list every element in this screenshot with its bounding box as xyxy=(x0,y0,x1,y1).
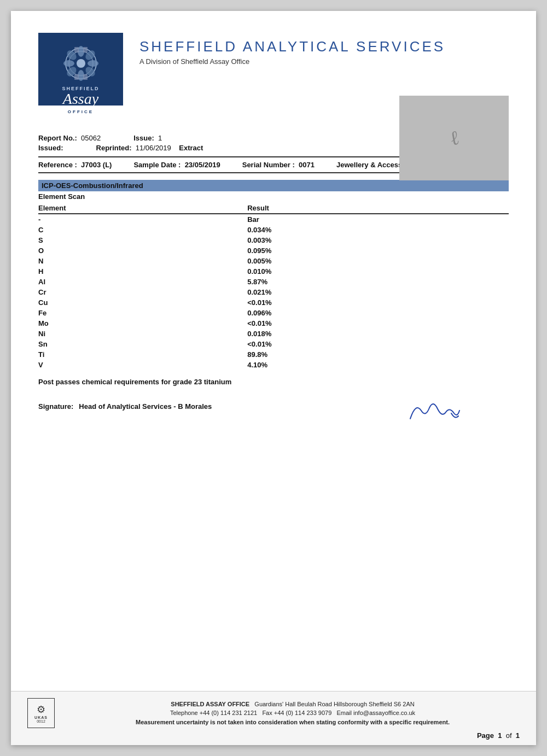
svg-rect-12 xyxy=(83,47,88,52)
signature-name: Head of Analytical Services - B Morales xyxy=(79,402,212,411)
table-row: -Bar xyxy=(38,214,509,225)
signature-image xyxy=(405,397,465,429)
table-row: V4.10% xyxy=(38,360,509,370)
element-cell: Fe xyxy=(38,308,247,318)
report-no: Report No.: 05062 xyxy=(38,134,101,142)
element-cell: Ni xyxy=(38,329,247,339)
element-cell: Cr xyxy=(38,287,247,297)
table-header-row: Element Result xyxy=(38,203,509,214)
result-cell: 5.87% xyxy=(247,277,509,287)
element-cell: - xyxy=(38,214,247,225)
logo-rose-svg xyxy=(59,44,103,88)
col-element-header: Element xyxy=(38,203,247,214)
table-row: Sn<0.01% xyxy=(38,339,509,349)
serial-label: Serial Number : xyxy=(242,161,295,169)
result-cell: 0.005% xyxy=(247,256,509,266)
of-label: of xyxy=(506,731,512,740)
svg-point-2 xyxy=(77,59,85,68)
svg-rect-13 xyxy=(74,74,79,80)
element-cell: Mo xyxy=(38,318,247,329)
footer-line1: SHEFFIELD ASSAY OFFICE Guardians' Hall B… xyxy=(66,700,520,709)
element-cell: Sn xyxy=(38,339,247,349)
analysis-method-title: ICP-OES-Combustion/Infrared xyxy=(38,180,509,191)
result-cell: 0.034% xyxy=(247,225,509,235)
table-row: Ti89.8% xyxy=(38,349,509,360)
signature-section: Signature: Head of Analytical Services -… xyxy=(38,402,509,411)
result-cell: 0.010% xyxy=(247,266,509,277)
reprinted-item: Reprinted: 11/06/2019 Extract xyxy=(96,144,203,152)
page-number-area: Page 1 of 1 xyxy=(27,731,520,740)
extract-label: Extract xyxy=(179,144,203,152)
issue-value: 1 xyxy=(158,134,162,142)
element-cell: S xyxy=(38,235,247,245)
report-no-label: Report No.: xyxy=(38,134,77,142)
footer-line3: Measurement uncertainty is not taken int… xyxy=(66,718,520,727)
element-cell: C xyxy=(38,225,247,235)
table-row: Ni0.018% xyxy=(38,329,509,339)
footer-email: Email info@assayoffice.co.uk xyxy=(336,710,415,716)
table-row: Al5.87% xyxy=(38,277,509,287)
table-row: N0.005% xyxy=(38,256,509,266)
footer-phone: Telephone +44 (0) 114 231 2121 xyxy=(170,710,257,716)
footer-note: Measurement uncertainty is not taken int… xyxy=(136,719,450,725)
sample-date-label: Sample Date : xyxy=(133,161,181,169)
result-cell: 0.003% xyxy=(247,235,509,245)
reprinted-value: 11/06/2019 xyxy=(136,144,171,152)
element-cell: N xyxy=(38,256,247,266)
page-number: 1 xyxy=(498,731,502,740)
logo-office-text: OFFICE xyxy=(68,109,94,114)
issue-item: Issue: 1 xyxy=(133,134,162,142)
company-title: SHEFFIELD ANALYTICAL SERVICES xyxy=(139,38,509,55)
logo-bottom-bar: OFFICE xyxy=(38,106,123,118)
sample-date-item: Sample Date : 23/05/2019 xyxy=(133,161,220,169)
issued-label: Issued: xyxy=(38,144,63,152)
svg-rect-14 xyxy=(83,74,88,80)
svg-rect-11 xyxy=(74,47,79,52)
footer-text-area: SHEFFIELD ASSAY OFFICE Guardians' Hall B… xyxy=(66,700,520,727)
footer-address: Guardians' Hall Beulah Road Hillsborough… xyxy=(254,701,414,707)
element-cell: V xyxy=(38,360,247,370)
analysis-method-subtitle: Element Scan xyxy=(38,192,509,201)
result-cell: 0.021% xyxy=(247,287,509,297)
ukas-text: UKAS xyxy=(34,716,48,719)
post-note: Post passes chemical requirements for gr… xyxy=(38,378,509,386)
company-subtitle: A Division of Sheffield Assay Office xyxy=(139,57,509,66)
table-row: Cu<0.01% xyxy=(38,297,509,308)
logo-inner: SHEFFIELD Assay xyxy=(59,44,103,107)
footer-fax: Fax +44 (0) 114 233 9079 xyxy=(262,710,331,716)
result-cell: 0.095% xyxy=(247,245,509,256)
ref-label: Reference : xyxy=(38,161,77,169)
result-cell: 0.096% xyxy=(247,308,509,318)
element-cell: Al xyxy=(38,277,247,287)
ukas-symbol: ⚙ xyxy=(37,704,45,716)
footer: ⚙ UKAS 0012 SHEFFIELD ASSAY OFFICE Guard… xyxy=(11,691,536,745)
sample-mark: ℓ xyxy=(446,126,462,150)
result-cell: 0.018% xyxy=(247,329,509,339)
reprinted-label: Reprinted: xyxy=(96,144,132,152)
document-page: SHEFFIELD Assay OFFICE SHEFFIELD ANALYTI… xyxy=(11,11,536,745)
signature-svg xyxy=(405,397,465,427)
result-cell: 89.8% xyxy=(247,349,509,360)
element-cell: H xyxy=(38,266,247,277)
col-result-header: Result xyxy=(247,203,509,214)
result-cell: <0.01% xyxy=(247,318,509,329)
results-table: Element Result -BarC0.034%S0.003%O0.095%… xyxy=(38,203,509,370)
svg-point-6 xyxy=(88,60,98,67)
issue-label: Issue: xyxy=(133,134,154,142)
serial-value: 0071 xyxy=(299,161,315,169)
logo-assay-text: Assay xyxy=(59,91,103,107)
result-cell: Bar xyxy=(247,214,509,225)
svg-point-5 xyxy=(63,60,74,67)
serial-item: Serial Number : 0071 xyxy=(242,161,315,169)
report-no-value: 05062 xyxy=(81,134,101,142)
result-cell: 4.10% xyxy=(247,360,509,370)
footer-logo-area: ⚙ UKAS 0012 SHEFFIELD ASSAY OFFICE Guard… xyxy=(27,698,520,728)
table-row: C0.034% xyxy=(38,225,509,235)
element-cell: O xyxy=(38,245,247,256)
table-row: S0.003% xyxy=(38,235,509,245)
table-row: O0.095% xyxy=(38,245,509,256)
table-row: Mo<0.01% xyxy=(38,318,509,329)
element-cell: Cu xyxy=(38,297,247,308)
result-cell: <0.01% xyxy=(247,297,509,308)
header-title-area: SHEFFIELD ANALYTICAL SERVICES A Division… xyxy=(123,33,509,66)
